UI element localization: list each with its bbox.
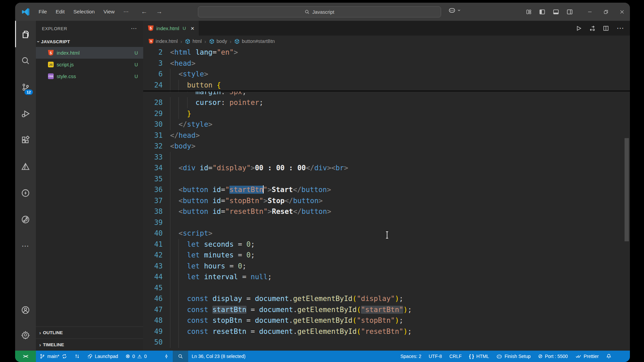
activity-extensions-icon[interactable] bbox=[15, 127, 36, 153]
activity-prism-icon[interactable] bbox=[15, 153, 36, 180]
section-outline[interactable]: ›OUTLINE bbox=[36, 326, 143, 339]
code-line-2: 2<html lang="en"> bbox=[143, 47, 630, 58]
status-live-server-port[interactable]: ⊘Port : 5500 bbox=[534, 351, 572, 362]
status-bar: ><main*Launchpad⊗0⚠0Ln 36, Col 23 (8 sel… bbox=[15, 351, 630, 362]
git-status-badge: U bbox=[135, 62, 138, 67]
indent-guide bbox=[170, 195, 170, 206]
toggle-primary-sidebar-icon[interactable] bbox=[539, 9, 545, 15]
status-cursor-position[interactable]: Ln 36, Col 23 (8 selected) bbox=[188, 351, 249, 362]
status-encoding[interactable]: UTF-8 bbox=[425, 351, 446, 362]
status-problems[interactable]: ⊗0⚠0 bbox=[122, 351, 150, 362]
code-token: ) bbox=[403, 327, 408, 336]
tab-close-icon[interactable]: × bbox=[191, 25, 194, 32]
status-copilot-setup[interactable]: Finish Setup bbox=[493, 351, 534, 362]
status-zoom-status[interactable] bbox=[173, 351, 188, 362]
minimize-button[interactable] bbox=[582, 3, 598, 21]
vertical-scrollbar[interactable] bbox=[625, 138, 629, 241]
file-index-html[interactable]: 5index.htmlU bbox=[36, 47, 143, 59]
activity-account-icon[interactable] bbox=[15, 298, 36, 322]
split-editor-icon[interactable] bbox=[603, 25, 609, 32]
section-timeline[interactable]: ›TIMELINE bbox=[36, 339, 143, 351]
restore-button[interactable] bbox=[598, 3, 614, 21]
code-token: ; bbox=[251, 251, 255, 259]
code-line-44: 44 let interval = null; bbox=[143, 272, 630, 283]
line-number: 28 bbox=[143, 97, 163, 108]
file-style-css[interactable]: CSSstyle.cssU bbox=[36, 70, 143, 82]
copilot-menu-button[interactable] bbox=[448, 7, 461, 14]
run-icon[interactable] bbox=[575, 25, 582, 32]
code-token: = bbox=[212, 48, 217, 56]
status-language-mode[interactable]: { }HTML bbox=[465, 351, 493, 362]
activity-thunder-client-icon[interactable] bbox=[15, 180, 36, 206]
tab-index-html[interactable]: 5 index.html U × bbox=[143, 21, 199, 36]
code-token: html bbox=[174, 48, 192, 56]
code-editor[interactable]: 2<html lang="en">3<head>6 <style>24 butt… bbox=[143, 47, 630, 351]
toggle-panel-icon[interactable] bbox=[553, 9, 559, 15]
status-text: main* bbox=[47, 354, 59, 359]
close-button[interactable] bbox=[614, 3, 630, 21]
menu-selection[interactable]: Selection bbox=[70, 7, 99, 16]
forward-arrow-icon[interactable]: → bbox=[156, 8, 162, 15]
back-arrow-icon[interactable]: ← bbox=[141, 8, 147, 15]
file-script-js[interactable]: JSscript.jsU bbox=[36, 59, 143, 70]
sync-icon bbox=[62, 354, 67, 359]
indent-guide bbox=[170, 152, 170, 163]
explorer-more-actions-icon[interactable]: ⋯ bbox=[131, 25, 137, 32]
status-prettier[interactable]: Prettier bbox=[572, 351, 602, 362]
breadcrumb-item[interactable]: 5index.html bbox=[149, 39, 178, 44]
status-indentation[interactable]: Spaces: 2 bbox=[397, 351, 425, 362]
line-number: 36 bbox=[143, 184, 163, 195]
toggle-secondary-sidebar-icon[interactable] bbox=[567, 9, 573, 15]
line-number: 50 bbox=[143, 337, 163, 348]
code-token: { bbox=[217, 81, 221, 89]
code-line-41: 41 let seconds = 0; bbox=[143, 239, 630, 250]
branch-icon bbox=[40, 354, 45, 359]
command-center-search[interactable]: Javascript bbox=[198, 6, 441, 17]
customize-layout-icon[interactable] bbox=[526, 9, 532, 15]
code-token: < bbox=[170, 142, 174, 150]
activity-source-control-icon[interactable]: 12 bbox=[15, 74, 36, 100]
more-icon[interactable]: ⋯ bbox=[616, 24, 625, 32]
title-bar: FileEditSelectionView⋯ ← → Javascript bbox=[15, 3, 630, 21]
indent-guide bbox=[178, 283, 179, 294]
line-number: 48 bbox=[143, 315, 163, 326]
activity-live-share-icon[interactable] bbox=[15, 206, 36, 233]
code-token: : bbox=[221, 99, 225, 107]
status-launchpad[interactable]: Launchpad bbox=[84, 351, 122, 362]
breadcrumb-item[interactable]: button#startBtn bbox=[234, 39, 275, 44]
activity-run-debug-icon[interactable] bbox=[15, 100, 36, 127]
activity-more-icon[interactable]: ⋯ bbox=[15, 233, 36, 259]
code-token: ; bbox=[408, 327, 412, 336]
status-notifications[interactable] bbox=[602, 351, 615, 362]
line-number: 44 bbox=[143, 272, 163, 283]
menu-file[interactable]: File bbox=[35, 7, 51, 16]
code-token: ; bbox=[408, 306, 412, 314]
file-name: script.js bbox=[57, 62, 74, 67]
breadcrumb-item[interactable]: html bbox=[185, 39, 202, 44]
activity-search-icon[interactable] bbox=[15, 47, 36, 74]
activity-settings-gear-icon[interactable] bbox=[15, 322, 36, 347]
code-token: ; bbox=[399, 316, 404, 324]
status-remote-indicator[interactable]: >< bbox=[15, 351, 36, 362]
file-name: style.css bbox=[57, 73, 76, 79]
status-branch-status[interactable]: main* bbox=[36, 351, 71, 362]
line-number: 31 bbox=[143, 130, 163, 141]
status-gitlens-compare[interactable] bbox=[71, 351, 84, 362]
compare-changes-icon[interactable] bbox=[589, 25, 595, 32]
breadcrumb-label: html bbox=[193, 39, 202, 44]
code-token: document bbox=[255, 295, 289, 303]
indent-guide bbox=[178, 293, 179, 304]
indent-guide bbox=[170, 163, 170, 174]
code-token: id bbox=[212, 197, 221, 205]
menu-more[interactable]: ⋯ bbox=[120, 7, 132, 16]
folder-section-javascript[interactable]: › JAVASCRIPT bbox=[36, 36, 143, 47]
status-commit-graph[interactable] bbox=[160, 351, 173, 362]
breadcrumb-item[interactable]: body bbox=[209, 39, 227, 44]
html-file-icon: 5 bbox=[148, 25, 154, 31]
activity-files-icon[interactable] bbox=[15, 21, 36, 47]
menu-edit[interactable]: Edit bbox=[52, 7, 68, 16]
line-number: 35 bbox=[143, 174, 163, 185]
menu-view[interactable]: View bbox=[100, 7, 118, 16]
git-status-badge: U bbox=[135, 74, 138, 79]
status-eol-sequence[interactable]: CRLF bbox=[446, 351, 466, 362]
